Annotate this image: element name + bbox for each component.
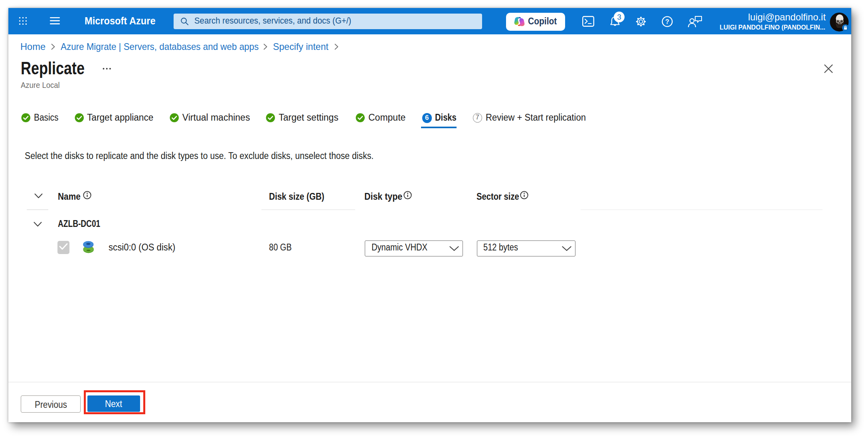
svg-text:?: ? (665, 18, 669, 25)
